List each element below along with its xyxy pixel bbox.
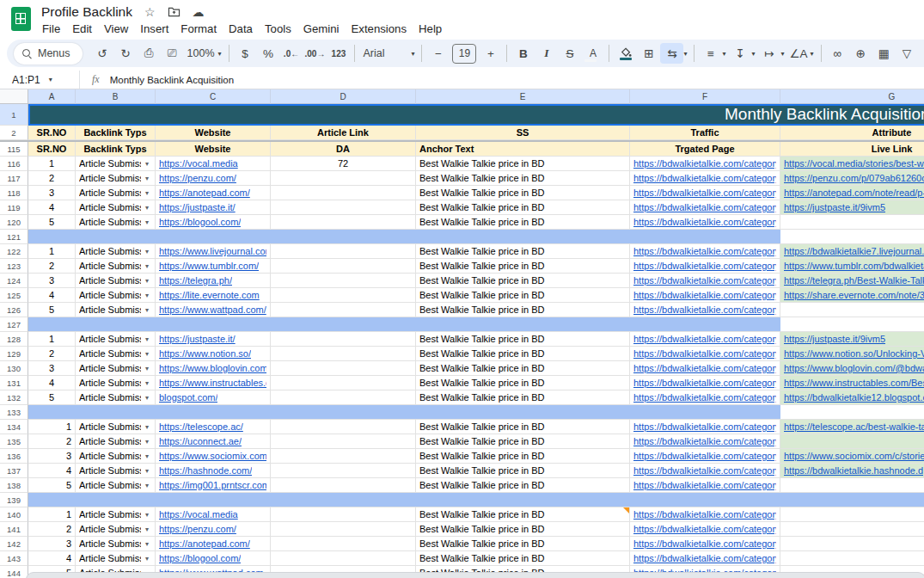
row-header-125[interactable]: 125 bbox=[0, 288, 28, 303]
dropdown-caret-icon[interactable]: ▾ bbox=[145, 262, 149, 270]
insert-link-icon[interactable]: ∞ bbox=[826, 43, 849, 64]
cell-F135-target-page[interactable]: https://bdwalkietalkie.com/category- bbox=[630, 434, 780, 449]
cell-G128-live-link[interactable]: https://justpaste.it/9ivm5 bbox=[780, 332, 924, 347]
row-header-134[interactable]: 134 bbox=[0, 420, 28, 434]
dropdown-caret-icon[interactable]: ▾ bbox=[411, 50, 414, 58]
decrease-decimal-icon[interactable]: .0← bbox=[280, 43, 303, 64]
cell-G137-live-link[interactable]: https://bdwalkietalkie.hashnode.d bbox=[780, 464, 924, 478]
dropdown-caret-icon[interactable]: ▾ bbox=[145, 482, 149, 489]
cell-C123-website[interactable]: https://www.tumblr.com/ bbox=[156, 259, 271, 274]
dropdown-caret-icon[interactable]: ▾ bbox=[683, 50, 687, 58]
column-header-F[interactable]: F bbox=[630, 89, 780, 104]
cell-G138-live-link[interactable] bbox=[780, 478, 924, 493]
font-size-input[interactable]: 19 bbox=[452, 44, 476, 64]
menu-edit[interactable]: Edit bbox=[66, 21, 98, 37]
header115-G[interactable]: Live Link bbox=[780, 142, 924, 157]
cell-G133[interactable] bbox=[780, 405, 924, 420]
cell-F116-target-page[interactable]: https://bdwalkietalkie.com/category- bbox=[630, 157, 780, 171]
cell-C117-website[interactable]: https://penzu.com/ bbox=[156, 171, 271, 186]
cell-G131-live-link[interactable]: https://www.instructables.com/Bes bbox=[780, 376, 924, 390]
cell-C116-website[interactable]: https://vocal.media bbox=[156, 157, 271, 171]
cell-E119-anchor-text[interactable]: Best Walkie Talkie price in BD bbox=[416, 200, 630, 215]
dropdown-caret-icon[interactable]: ▾ bbox=[145, 423, 149, 431]
horizontal-scrollbar[interactable] bbox=[26, 572, 924, 578]
cell-A143-srno[interactable]: 4 bbox=[28, 551, 76, 566]
row-header-130[interactable]: 130 bbox=[0, 361, 28, 376]
dropdown-caret-icon[interactable]: ▾ bbox=[145, 277, 149, 285]
cell-A128-srno[interactable]: 1 bbox=[28, 332, 76, 347]
cell-E142-anchor-text[interactable]: Best Walkie Talkie price in BD bbox=[416, 537, 630, 551]
menu-tools[interactable]: Tools bbox=[259, 21, 297, 37]
cell-A137-srno[interactable]: 4 bbox=[28, 464, 76, 478]
cell-C129-website[interactable]: https://www.notion.so/ bbox=[156, 347, 271, 361]
print-icon[interactable]: ⎙ bbox=[138, 43, 161, 64]
cell-A124-srno[interactable]: 3 bbox=[28, 274, 76, 288]
row-header-2[interactable]: 2 bbox=[0, 126, 28, 140]
cell-F143-target-page[interactable]: https://bdwalkietalkie.com/category- bbox=[630, 551, 780, 566]
header115-A[interactable]: SR.NO bbox=[28, 142, 76, 157]
cell-B132-backlink-type[interactable]: Article Submissi▾ bbox=[76, 390, 156, 405]
dropdown-caret-icon[interactable]: ▾ bbox=[145, 189, 149, 197]
cell-C128-website[interactable]: https://justpaste.it/ bbox=[156, 332, 271, 347]
cell-E123-anchor-text[interactable]: Best Walkie Talkie price in BD bbox=[416, 259, 630, 274]
cell-E125-anchor-text[interactable]: Best Walkie Talkie price in BD bbox=[416, 288, 630, 303]
cell-A125-srno[interactable]: 4 bbox=[28, 288, 76, 303]
dropdown-caret-icon[interactable]: ▾ bbox=[145, 511, 149, 519]
cell-B120-backlink-type[interactable]: Article Submissi▾ bbox=[76, 215, 156, 230]
dropdown-caret-icon[interactable]: ▾ bbox=[811, 50, 814, 58]
currency-icon[interactable]: $ bbox=[234, 43, 257, 64]
cell-G122-live-link[interactable]: https://bdwalkietalkie7.livejournal.c bbox=[780, 244, 924, 259]
row-header-119[interactable]: 119 bbox=[0, 200, 28, 215]
cell-D135-da[interactable] bbox=[271, 434, 416, 449]
cell-G126-live-link[interactable] bbox=[780, 303, 924, 317]
row-header-120[interactable]: 120 bbox=[0, 215, 28, 230]
cell-F123-target-page[interactable]: https://bdwalkietalkie.com/category- bbox=[630, 259, 780, 274]
row-header-142[interactable]: 142 bbox=[0, 537, 28, 551]
borders-icon[interactable]: ⊞ bbox=[637, 43, 660, 64]
cell-A138-srno[interactable]: 5 bbox=[28, 478, 76, 493]
cell-B142-backlink-type[interactable]: Article Submissi▾ bbox=[76, 537, 156, 551]
row-header-133[interactable]: 133 bbox=[0, 405, 28, 420]
menus-search[interactable]: Menus bbox=[14, 43, 83, 65]
cell-F122-target-page[interactable]: https://bdwalkietalkie.com/category- bbox=[630, 244, 780, 259]
cell-E122-anchor-text[interactable]: Best Walkie Talkie price in BD bbox=[416, 244, 630, 259]
cell-B143-backlink-type[interactable]: Article Submissi▾ bbox=[76, 551, 156, 566]
cell-D128-da[interactable] bbox=[271, 332, 416, 347]
cell-G117-live-link[interactable]: https://penzu.com/p/079ab61260cb bbox=[780, 171, 924, 186]
dropdown-caret-icon[interactable]: ▾ bbox=[145, 540, 149, 548]
column-header-C[interactable]: C bbox=[156, 89, 271, 104]
cell-C125-website[interactable]: https://lite.evernote.com bbox=[156, 288, 271, 303]
menu-data[interactable]: Data bbox=[223, 21, 259, 37]
cell-C141-website[interactable]: https://penzu.com/ bbox=[156, 522, 271, 537]
cell-A118-srno[interactable]: 3 bbox=[28, 186, 76, 200]
menu-insert[interactable]: Insert bbox=[134, 21, 174, 37]
cell-A132-srno[interactable]: 5 bbox=[28, 390, 76, 405]
header2-B[interactable]: Backlink Typs bbox=[76, 126, 156, 140]
cell-A141-srno[interactable]: 2 bbox=[28, 522, 76, 537]
cell-G143-live-link[interactable] bbox=[780, 551, 924, 566]
row-header-128[interactable]: 128 bbox=[0, 332, 28, 347]
header2-E[interactable]: SS bbox=[416, 126, 630, 140]
cell-D120-da[interactable] bbox=[271, 215, 416, 230]
create-filter-icon[interactable]: ▽ bbox=[896, 43, 919, 64]
table-view-icon[interactable]: ▦ bbox=[919, 43, 924, 64]
separator-row-127[interactable] bbox=[28, 317, 780, 332]
text-color-icon[interactable]: A bbox=[581, 43, 604, 64]
cell-F142-target-page[interactable]: https://bdwalkietalkie.com/category- bbox=[630, 537, 780, 551]
cell-F140-target-page[interactable]: https://bdwalkietalkie.com/category- bbox=[630, 507, 780, 522]
cell-C143-website[interactable]: https://blogool.com/ bbox=[156, 551, 271, 566]
row-header-115[interactable]: 115 bbox=[0, 142, 28, 157]
cell-E124-anchor-text[interactable]: Best Walkie Talkie price in BD bbox=[416, 274, 630, 288]
cell-F118-target-page[interactable]: https://bdwalkietalkie.com/category- bbox=[630, 186, 780, 200]
cell-F130-target-page[interactable]: https://bdwalkietalkie.com/category- bbox=[630, 361, 780, 376]
cell-F128-target-page[interactable]: https://bdwalkietalkie.com/category- bbox=[630, 332, 780, 347]
paint-format-icon[interactable]: ⎚ bbox=[161, 43, 184, 64]
cell-F137-target-page[interactable]: https://bdwalkietalkie.com/category- bbox=[630, 464, 780, 478]
menu-gemini[interactable]: Gemini bbox=[297, 21, 346, 37]
column-header-G[interactable]: G bbox=[780, 89, 924, 104]
cell-C142-website[interactable]: https://anotepad.com/ bbox=[156, 537, 271, 551]
dropdown-caret-icon[interactable]: ▾ bbox=[145, 204, 149, 212]
cell-B117-backlink-type[interactable]: Article Submissi▾ bbox=[76, 171, 156, 186]
cell-C131-website[interactable]: https://www.instructables.com bbox=[156, 376, 271, 390]
cell-G129-live-link[interactable]: https://www.notion.so/Unlocking-V bbox=[780, 347, 924, 361]
